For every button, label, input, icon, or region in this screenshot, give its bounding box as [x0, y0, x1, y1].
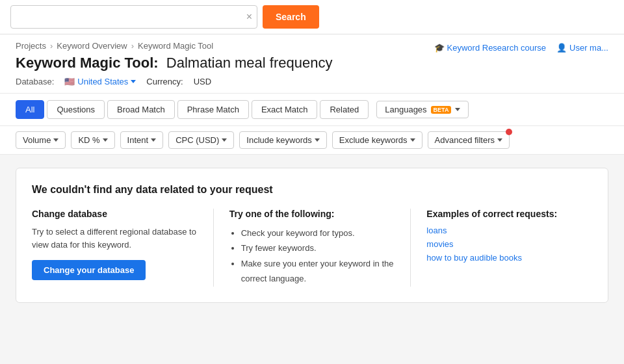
example-link-movies[interactable]: movies — [426, 239, 592, 249]
beta-badge: beta — [431, 106, 452, 114]
advanced-filters-dropdown[interactable]: Advanced filters — [428, 131, 510, 149]
kd-label: KD % — [78, 135, 99, 145]
examples-title: Examples of correct requests: — [426, 209, 592, 219]
list-item: Make sure you enter your keyword in the … — [241, 256, 395, 287]
try-following-title: Try one of the following: — [229, 209, 395, 219]
include-keywords-label: Include keywords — [246, 135, 311, 145]
volume-label: Volume — [23, 135, 51, 145]
try-following-col: Try one of the following: Check your key… — [214, 209, 411, 287]
currency-label: Currency: — [146, 77, 183, 86]
currency-value: USD — [194, 77, 211, 86]
advanced-filters-label: Advanced filters — [435, 135, 495, 145]
breadcrumb-current: Keyword Magic Tool — [138, 41, 213, 51]
intent-label: Intent — [127, 135, 149, 145]
breadcrumb: Projects › Keyword Overview › Keyword Ma… — [16, 41, 213, 51]
header-links: 🎓 Keyword Research course 👤 User ma... — [434, 43, 608, 53]
breadcrumb-sep-1: › — [50, 41, 53, 51]
search-button[interactable]: Search — [263, 5, 319, 29]
list-item: Check your keyword for typos. — [241, 226, 395, 240]
search-input[interactable]: Dalmatian meal frequency — [10, 5, 257, 29]
no-data-title: We couldn't find any data related to you… — [32, 184, 592, 196]
kd-chevron-icon — [103, 138, 108, 142]
tab-phrase-match[interactable]: Phrase Match — [177, 100, 249, 119]
keyword-course-label: Keyword Research course — [447, 43, 546, 53]
database-chevron-icon — [131, 80, 136, 83]
header-top: Projects › Keyword Overview › Keyword Ma… — [16, 41, 608, 55]
page-title-keyword: Dalmatian meal frequency — [166, 55, 333, 71]
change-database-text: Try to select a different regional datab… — [32, 226, 198, 251]
intent-dropdown[interactable]: Intent — [120, 131, 164, 149]
cpc-dropdown[interactable]: CPC (USD) — [168, 131, 234, 149]
example-links: loans movies how to buy audible books — [426, 226, 592, 263]
example-link-loans[interactable]: loans — [426, 226, 592, 235]
exclude-keywords-chevron-icon — [410, 138, 415, 142]
try-following-list: Check your keyword for typos. Try fewer … — [229, 226, 395, 287]
database-value: United States — [77, 77, 128, 86]
database-selector[interactable]: 🇺🇸 United States — [64, 77, 136, 86]
db-currency-row: Database: 🇺🇸 United States Currency: USD — [16, 77, 608, 93]
advanced-filters-chevron-icon — [497, 138, 502, 142]
breadcrumb-sep-2: › — [131, 41, 134, 51]
languages-chevron-icon — [455, 108, 460, 111]
languages-dropdown[interactable]: Languages beta — [376, 101, 469, 118]
main-content: We couldn't find any data related to you… — [0, 155, 624, 316]
filter-dropdowns-row: Volume KD % Intent CPC (USD) Include key… — [0, 126, 624, 155]
keyword-research-course-link[interactable]: 🎓 Keyword Research course — [434, 43, 546, 53]
exclude-keywords-label: Exclude keywords — [339, 135, 408, 145]
top-search-bar: Dalmatian meal frequency × Search — [0, 0, 624, 34]
cpc-chevron-icon — [222, 138, 227, 142]
change-database-button[interactable]: Change your database — [32, 260, 146, 280]
tab-questions[interactable]: Questions — [47, 100, 105, 119]
volume-chevron-icon — [53, 138, 58, 142]
user-manual-label: User ma... — [569, 43, 608, 53]
tab-broad-match[interactable]: Broad Match — [107, 100, 175, 119]
include-keywords-dropdown[interactable]: Include keywords — [239, 131, 326, 149]
no-data-columns: Change database Try to select a differen… — [32, 209, 592, 287]
cpc-label: CPC (USD) — [176, 135, 219, 145]
filter-tabs-row: All Questions Broad Match Phrase Match E… — [0, 94, 624, 126]
search-input-wrap: Dalmatian meal frequency × — [10, 5, 257, 29]
no-data-card: We couldn't find any data related to you… — [16, 168, 608, 303]
tab-related[interactable]: Related — [320, 100, 369, 119]
change-database-col: Change database Try to select a differen… — [32, 209, 214, 287]
exclude-keywords-dropdown[interactable]: Exclude keywords — [332, 131, 422, 149]
database-label: Database: — [16, 77, 54, 86]
user-icon: 👤 — [556, 43, 567, 53]
change-database-title: Change database — [32, 209, 198, 219]
intent-chevron-icon — [151, 138, 156, 142]
advanced-filters-dot — [506, 129, 512, 135]
tab-exact-match[interactable]: Exact Match — [252, 100, 318, 119]
breadcrumb-projects[interactable]: Projects — [16, 41, 46, 51]
include-keywords-chevron-icon — [315, 138, 320, 142]
clear-icon[interactable]: × — [246, 12, 252, 22]
user-manual-link[interactable]: 👤 User ma... — [556, 43, 608, 53]
page-title-prefix: Keyword Magic Tool: — [16, 55, 159, 71]
list-item: Try fewer keywords. — [241, 240, 395, 255]
volume-dropdown[interactable]: Volume — [16, 131, 66, 149]
advanced-filters-wrap: Advanced filters — [428, 131, 510, 149]
breadcrumb-keyword-overview[interactable]: Keyword Overview — [57, 41, 127, 51]
header-area: Projects › Keyword Overview › Keyword Ma… — [0, 34, 624, 94]
example-link-audible[interactable]: how to buy audible books — [426, 253, 592, 263]
graduation-cap-icon: 🎓 — [434, 43, 445, 53]
page-title: Keyword Magic Tool: Dalmatian meal frequ… — [16, 55, 608, 72]
kd-dropdown[interactable]: KD % — [71, 131, 114, 149]
examples-col: Examples of correct requests: loans movi… — [411, 209, 592, 287]
database-flag: 🇺🇸 — [64, 77, 75, 86]
languages-label: Languages — [385, 105, 426, 114]
tab-all[interactable]: All — [16, 100, 44, 119]
